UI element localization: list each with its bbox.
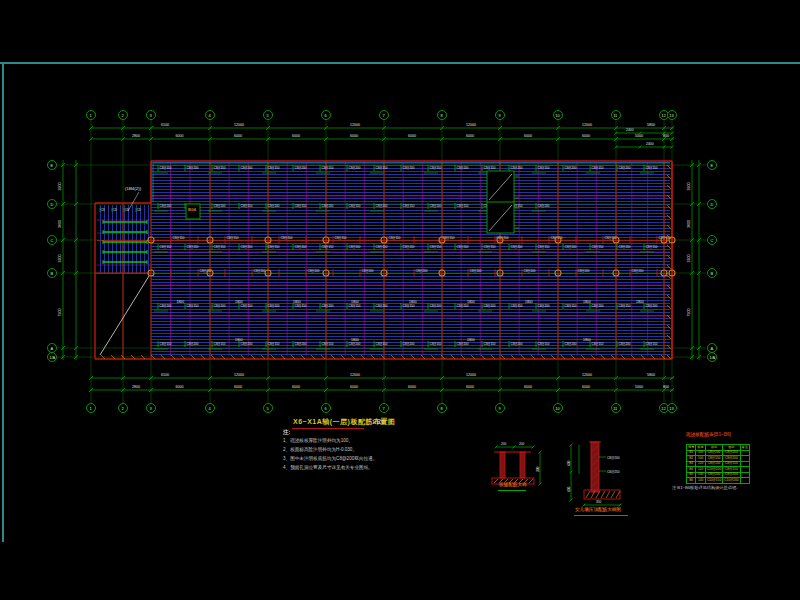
detail-hatch xyxy=(616,491,620,498)
rebar-mark-label: C8@150 xyxy=(214,245,226,249)
rebar-mark-label: C8@200 xyxy=(295,342,307,346)
rebar-mark-label: C8@200 xyxy=(457,342,469,346)
rebar-mark-label: C8@150 xyxy=(173,236,185,240)
dimension-text: 5000 xyxy=(635,134,643,138)
rebar-mark-label: C8@150 xyxy=(484,166,496,170)
rebar-mark-label: C8@200 xyxy=(592,304,604,308)
dimension-text: 2800 xyxy=(132,134,140,138)
rebar-mark-label: C8@150 xyxy=(241,304,253,308)
dimension-text: 6000 xyxy=(234,385,242,389)
dimension-text: 3600 xyxy=(687,220,691,228)
rebar-mark-label: C8@200 xyxy=(565,342,577,346)
rebar-mark-label: C8@150 xyxy=(268,342,280,346)
rebar-mark-label: C8@150 xyxy=(511,304,523,308)
dimension-text: 450 xyxy=(567,460,571,466)
rebar-mark-label: C8@200 xyxy=(524,269,536,273)
dimension-text: 6000 xyxy=(350,385,358,389)
cad-viewport[interactable]: 1122334455667788991010111112121313EEDDCC… xyxy=(0,0,800,600)
dimension-text: 350 xyxy=(596,500,602,504)
dimension-text: 1800 xyxy=(235,338,243,342)
rebar-table-title: 现浇板配筋表(B1~B6) xyxy=(686,433,731,438)
rebar-mark-label: C8@200 xyxy=(646,304,658,308)
rebar-mark-label: C8@200 xyxy=(295,245,307,249)
rebar-mark-label: C8@200 xyxy=(578,269,590,273)
rebar-mark-label: C8@150 xyxy=(335,236,347,240)
rebar-mark-label: C8@200 xyxy=(362,269,374,273)
rebar-mark-label: C8@150 xyxy=(403,304,415,308)
cad-canvas[interactable]: 1122334455667788991010111112121313EEDDCC… xyxy=(0,0,800,600)
dimension-text: 5000 xyxy=(635,385,643,389)
rebar-mark-label: C8@150 xyxy=(565,304,577,308)
rebar-mark-label: C8@200 xyxy=(484,304,496,308)
rebar-mark-label: C8@150 xyxy=(430,245,442,249)
axis-bubble-label: 10 xyxy=(555,113,560,118)
dimension-text: 12000 xyxy=(582,123,592,127)
rebar-mark-label: C8@200 xyxy=(416,269,428,273)
rebar-mark-label: C8@200 xyxy=(295,166,307,170)
dimension-text: 1800 xyxy=(409,300,417,304)
slab-hatch-stair xyxy=(97,205,151,273)
detail-right-caption-underline xyxy=(574,515,628,516)
rebar-mark-label: C8@200 xyxy=(241,245,253,249)
dimension-text: 1800 xyxy=(351,300,359,304)
table-cell: C10@200 xyxy=(723,478,740,484)
dimension-text: 6000 xyxy=(292,385,300,389)
title-underline xyxy=(292,428,364,429)
rebar-mark-label: C8@200 xyxy=(619,342,631,346)
rebar-mark-label: C8@200 xyxy=(322,204,334,208)
rebar-mark-label: C8@200 xyxy=(376,304,388,308)
dimension-text: 12000 xyxy=(350,373,360,377)
detail-right-caption: 女儿墙压顶配筋大样图 xyxy=(575,508,621,513)
dimension-text: 3300 xyxy=(687,255,691,263)
rebar-mark-label: C8@150 xyxy=(295,304,307,308)
rebar-mark-label: C8@200 xyxy=(187,245,199,249)
rebar-mark-label: C8@200 xyxy=(632,269,644,273)
rebar-mark-label: C8@200 xyxy=(538,204,550,208)
rebar-mark-label: C8@200 xyxy=(565,166,577,170)
table-cell: C10@150 xyxy=(705,478,722,484)
table-cell: B6 xyxy=(687,478,696,484)
rebar-mark-label: C8@150 xyxy=(268,166,280,170)
axis-bubble-label: 13 xyxy=(669,406,674,411)
dimension-text: 200 xyxy=(501,442,507,446)
rebar-mark-label: C8 xyxy=(137,208,141,212)
note-line: 4、预留孔洞位置及尺寸详见有关专业图纸。 xyxy=(283,466,373,471)
dimension-text: 6000 xyxy=(234,134,242,138)
dimension-text: 6000 xyxy=(350,134,358,138)
dimension-text: 800 xyxy=(663,134,669,138)
rebar-mark-label: C8@150 xyxy=(160,245,172,249)
rebar-mark-label: C8@150 xyxy=(646,166,658,170)
dimension-text: 6000 xyxy=(582,385,590,389)
rebar-mark-label: C8@200 xyxy=(241,166,253,170)
rebar-mark-label: C8@150 xyxy=(592,245,604,249)
dimension-text: 12000 xyxy=(582,373,592,377)
dimension-text: 3900 xyxy=(58,183,62,191)
rebar-mark-label: C8@200 xyxy=(403,342,415,346)
dimension-text: 1800 xyxy=(351,338,359,342)
rebar-mark-label: C8@200 xyxy=(619,166,631,170)
dimension-text: 6000 xyxy=(408,385,416,389)
axis-bubble-label: E xyxy=(711,163,714,168)
dimension-text: 2400 xyxy=(626,128,634,132)
rebar-mark-label: C8@150 xyxy=(538,245,550,249)
dimension-text: 1800 xyxy=(467,338,475,342)
rebar-mark-label: C8@150 xyxy=(376,245,388,249)
detail-hatch xyxy=(611,491,615,498)
dimension-text: 6000 xyxy=(176,134,184,138)
rebar-mark-label: C8@200 xyxy=(187,166,199,170)
rebar-mark-label: C8@200 xyxy=(241,342,253,346)
detail-wall xyxy=(500,452,505,478)
rebar-mark-label: C8@150 xyxy=(646,245,658,249)
rebar-mark-label: C8@200 xyxy=(403,245,415,249)
notes-label: 注: xyxy=(283,430,290,436)
rebar-mark-label: C8@150 xyxy=(646,342,658,346)
detail-left-caption: 板缝配筋大样 xyxy=(499,483,527,488)
dimension-text: 1800 xyxy=(636,300,644,304)
rebar-mark-label: C8@200 xyxy=(376,204,388,208)
detail-hatch xyxy=(601,491,605,498)
rebar-mark-label: C8@200 xyxy=(511,245,523,249)
rebar-mark-label: C8@150 xyxy=(160,166,172,170)
axis-bubble-label: D xyxy=(711,202,714,207)
rebar-mark-label: C8@150 xyxy=(160,342,172,346)
dimension-text: 7900 xyxy=(58,309,62,317)
